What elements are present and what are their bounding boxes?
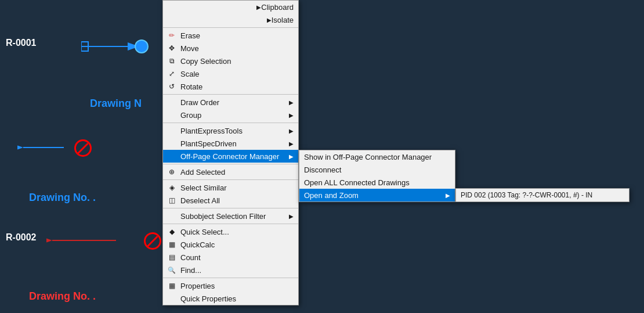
menu-item-add-selected[interactable]: ⊕ Add Selected — [163, 166, 298, 178]
copy-icon: ⧉ — [167, 56, 177, 66]
properties-icon: ▦ — [167, 280, 177, 291]
quickcalc-icon: ▦ — [167, 239, 177, 250]
deselect-icon: ◫ — [167, 195, 177, 206]
menu-item-rotate[interactable]: ↺ Rotate — [163, 80, 298, 93]
arrow-icon-group: ▶ — [289, 112, 294, 118]
ref-label-1: R-0001 — [6, 38, 36, 48]
menu-item-plant-express[interactable]: PlantExpressTools ▶ — [163, 124, 298, 137]
menu-item-group[interactable]: Group ▶ — [163, 109, 298, 121]
menu-item-scale[interactable]: ⤢ Scale — [163, 67, 298, 80]
arrow-icon-plant-spec: ▶ — [289, 141, 294, 147]
menu-item-draw-order[interactable]: Draw Order ▶ — [163, 96, 298, 109]
context-menu: ▶ Clipboard ▶ Isolate ✏ Erase ✥ Move ⧉ C… — [162, 0, 299, 305]
menu-item-quick-select[interactable]: ◆ Quick Select... — [163, 225, 298, 238]
menu-item-properties[interactable]: ▦ Properties — [163, 279, 298, 292]
separator-3 — [163, 123, 298, 123]
menu-item-subobject-filter[interactable]: Subobject Selection Filter ▶ — [163, 210, 298, 222]
arrow-icon-clipboard: ▶ — [256, 4, 261, 10]
no-sign-2 — [144, 232, 161, 250]
menu-item-find[interactable]: 🔍 Find... — [163, 264, 298, 276]
separator-7 — [163, 224, 298, 224]
no-sign-1 — [74, 139, 92, 157]
offpage-submenu: Show in Off-Page Connector Manager Disco… — [299, 150, 455, 202]
drawing-label-1: Drawing N — [90, 98, 142, 110]
arrow-icon-draw-order: ▶ — [289, 99, 294, 106]
menu-item-clipboard[interactable]: ▶ Clipboard — [163, 1, 298, 13]
erase-icon: ✏ — [167, 30, 177, 41]
left-arrow-1 — [17, 137, 64, 158]
drawing-label-2: Drawing No. . — [29, 192, 96, 204]
separator-1 — [163, 27, 298, 28]
menu-item-erase[interactable]: ✏ Erase — [163, 29, 298, 42]
menu-item-offpage-connector[interactable]: Off-Page Connector Manager ▶ — [163, 150, 298, 163]
separator-8 — [163, 278, 298, 278]
separator-2 — [163, 94, 298, 95]
menu-item-move[interactable]: ✥ Move — [163, 42, 298, 55]
submenu-show-offpage[interactable]: Show in Off-Page Connector Manager — [299, 150, 455, 163]
separator-4 — [163, 164, 298, 164]
separator-5 — [163, 179, 298, 180]
submenu-open-zoom[interactable]: Open and Zoom ▶ — [299, 189, 455, 202]
rotate-icon: ↺ — [167, 81, 177, 92]
separator-6 — [163, 208, 298, 208]
add-selected-icon: ⊕ — [167, 167, 177, 177]
arrow-icon-plant-express: ▶ — [289, 128, 294, 134]
menu-item-plant-spec[interactable]: PlantSpecDriven ▶ — [163, 137, 298, 150]
submenu-open-all[interactable]: Open ALL Connected Drawings — [299, 176, 455, 189]
count-icon: ▤ — [167, 252, 177, 262]
ref-label-2: R-0002 — [6, 232, 36, 243]
menu-item-quick-properties[interactable]: Quick Properties — [163, 292, 298, 305]
menu-item-select-similar[interactable]: ◈ Select Similar — [163, 181, 298, 194]
menu-item-isolate[interactable]: ▶ Isolate — [163, 13, 298, 26]
menu-item-copy-selection[interactable]: ⧉ Copy Selection — [163, 55, 298, 67]
select-similar-icon: ◈ — [167, 182, 177, 193]
move-icon: ✥ — [167, 43, 177, 53]
arrow-icon-open-zoom: ▶ — [446, 192, 450, 199]
arrow-icon-offpage: ▶ — [289, 153, 294, 160]
menu-item-deselect-all[interactable]: ◫ Deselect All — [163, 194, 298, 207]
arrow-icon-subobject: ▶ — [289, 213, 294, 220]
openzoom-submenu: PID 002 (1003 Tag: ?-?-CWR-0001, #) - IN — [455, 188, 629, 202]
left-arrow-2 — [46, 230, 116, 251]
connector-circle-1 — [135, 39, 149, 53]
submenu-disconnect[interactable]: Disconnect — [299, 163, 455, 176]
quick-select-icon: ◆ — [167, 226, 177, 237]
arrow-icon-isolate: ▶ — [267, 17, 272, 23]
find-icon: 🔍 — [167, 265, 177, 275]
submenu-pid-item[interactable]: PID 002 (1003 Tag: ?-?-CWR-0001, #) - IN — [456, 189, 629, 202]
menu-item-count[interactable]: ▤ Count — [163, 251, 298, 264]
drawing-label-3: Drawing No. . — [29, 290, 96, 303]
scale-icon: ⤢ — [167, 69, 177, 79]
menu-item-quickcalc[interactable]: ▦ QuickCalc — [163, 238, 298, 251]
